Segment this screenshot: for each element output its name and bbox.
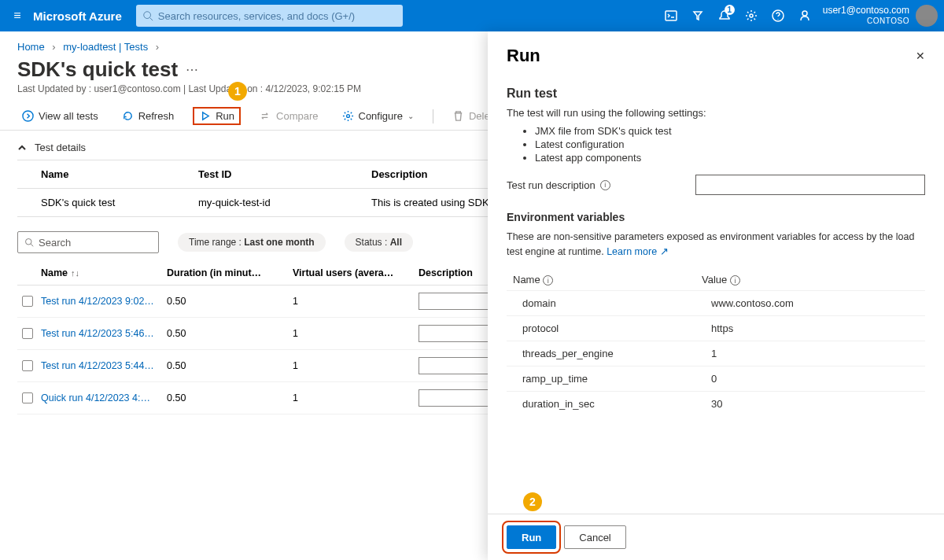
list-item: Latest app components [535, 152, 925, 164]
hamburger-button[interactable]: ≡ [6, 9, 28, 23]
status-filter[interactable]: Status : All [345, 233, 413, 252]
chevron-right-icon: › [156, 41, 159, 53]
table-row: domainwww.contoso.com [507, 290, 925, 315]
run-intro-text: The test will run using the following se… [507, 107, 925, 119]
help-button[interactable] [765, 0, 791, 31]
configure-button[interactable]: Configure ⌄ [337, 107, 419, 125]
env-vars-description: These are non-sensitive parameters expos… [507, 230, 925, 260]
svg-point-6 [23, 111, 33, 121]
status-value: All [390, 237, 402, 248]
env-vars-table: Name i Value i domainwww.contoso.com pro… [507, 264, 925, 417]
runs-col-vusers[interactable]: Virtual users (avera… [293, 267, 419, 278]
directory-name: CONTOSO [823, 16, 909, 27]
account-info[interactable]: user1@contoso.com CONTOSO [823, 5, 909, 27]
brand-label: Microsoft Azure [33, 9, 122, 23]
run-settings-list: JMX file from SDK's quick test Latest co… [535, 125, 925, 164]
svg-point-8 [26, 239, 32, 245]
search-icon [24, 238, 34, 247]
env-name: duration_in_sec [522, 398, 711, 410]
run-link[interactable]: Quick run 4/12/2023 4:… [41, 392, 167, 403]
env-name: domain [522, 297, 711, 309]
row-checkbox[interactable] [22, 296, 33, 307]
svg-line-9 [31, 244, 33, 246]
trash-icon [452, 110, 464, 122]
refresh-icon [122, 110, 134, 122]
chevron-right-icon: › [52, 41, 55, 53]
sort-icon[interactable]: ↑↓ [71, 268, 79, 278]
cell-vusers: 1 [293, 360, 419, 371]
run-submit-button[interactable]: Run [507, 525, 556, 549]
cell-duration: 0.50 [167, 360, 293, 371]
cancel-button[interactable]: Cancel [564, 525, 625, 549]
time-range-filter[interactable]: Time range : Last one month [178, 233, 326, 252]
search-placeholder: Search resources, services, and docs (G+… [158, 10, 355, 22]
run-link[interactable]: Test run 4/12/2023 9:02… [41, 296, 167, 307]
env-value: https [711, 322, 868, 334]
cell-duration: 0.50 [167, 392, 293, 403]
feedback-button[interactable] [791, 0, 818, 31]
svg-point-3 [750, 14, 753, 17]
svg-point-0 [144, 12, 151, 19]
env-value: www.contoso.com [711, 297, 868, 309]
notifications-button[interactable]: 1 [711, 0, 738, 31]
info-icon[interactable]: i [600, 180, 610, 190]
row-checkbox[interactable] [22, 360, 33, 371]
page-title: SDK's quick test [17, 57, 178, 82]
view-all-tests-label: View all tests [39, 110, 98, 122]
chevron-up-icon [17, 143, 27, 153]
user-email: user1@contoso.com [823, 5, 909, 16]
env-col-name: Name [513, 274, 540, 286]
cell-vusers: 1 [293, 328, 419, 339]
table-row: protocolhttps [507, 315, 925, 341]
row-checkbox[interactable] [22, 328, 33, 339]
global-search-input[interactable]: Search resources, services, and docs (G+… [136, 5, 403, 27]
run-link[interactable]: Test run 4/12/2023 5:44… [41, 360, 167, 371]
avatar[interactable] [916, 5, 938, 27]
runs-col-name[interactable]: Name [41, 267, 68, 278]
refresh-button[interactable]: Refresh [117, 107, 179, 125]
row-checkbox[interactable] [22, 392, 33, 403]
env-name: ramp_up_time [522, 373, 711, 385]
test-run-description-label: Test run description i [507, 179, 695, 191]
runs-col-duration[interactable]: Duration (in minut… [167, 267, 293, 278]
run-link[interactable]: Test run 4/12/2023 5:46… [41, 328, 167, 339]
close-button[interactable]: ✕ [916, 50, 925, 62]
env-value: 30 [711, 398, 868, 410]
compare-icon [260, 110, 271, 122]
table-row: threads_per_engine1 [507, 341, 925, 366]
cell-name: SDK's quick test [41, 197, 198, 208]
env-value: 0 [711, 373, 868, 385]
filter-icon-button[interactable] [684, 0, 711, 31]
settings-button[interactable] [738, 0, 765, 31]
cloud-shell-button[interactable] [658, 0, 684, 31]
chevron-down-icon: ⌄ [407, 112, 414, 120]
run-label: Run [216, 110, 234, 122]
env-value: 1 [711, 348, 868, 359]
arrow-right-circle-icon [22, 110, 34, 122]
gear-icon [342, 110, 354, 122]
time-range-value: Last one month [244, 237, 314, 248]
list-item: Latest configuration [535, 138, 925, 150]
breadcrumb-home[interactable]: Home [17, 41, 45, 53]
toolbar-divider [433, 109, 433, 123]
compare-button[interactable]: Compare [255, 107, 323, 125]
breadcrumb-level1[interactable]: my-loadtest | Tests [63, 41, 148, 53]
learn-more-link[interactable]: Learn more ↗ [607, 246, 668, 257]
panel-title: Run [507, 46, 540, 66]
play-icon [199, 110, 211, 122]
search-runs-input[interactable]: Search [17, 231, 159, 253]
cell-vusers: 1 [293, 392, 419, 403]
view-all-tests-button[interactable]: View all tests [17, 107, 103, 125]
test-run-description-input[interactable] [695, 175, 925, 195]
search-icon [142, 10, 153, 21]
time-range-label: Time range : [189, 237, 244, 248]
info-icon[interactable]: i [730, 275, 740, 286]
run-test-heading: Run test [507, 87, 925, 101]
env-vars-heading: Environment variables [507, 211, 925, 223]
info-icon[interactable]: i [543, 275, 553, 286]
run-panel: Run ✕ Run test The test will run using t… [488, 31, 944, 560]
run-button[interactable]: Run [193, 107, 241, 125]
list-item: JMX file from SDK's quick test [535, 125, 925, 137]
cell-testid: my-quick-test-id [198, 197, 371, 208]
more-actions-button[interactable]: ⋯ [186, 62, 198, 77]
